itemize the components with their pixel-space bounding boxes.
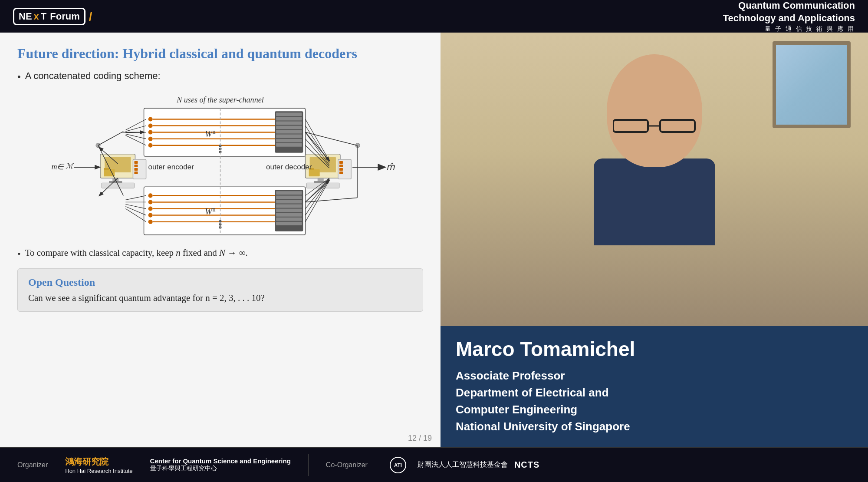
bullet2-text: To compare with classical capacity, keep… bbox=[25, 248, 248, 258]
organizer-logo: 鴻海研究院 Hon Hai Research Institute bbox=[65, 456, 132, 474]
svg-rect-14 bbox=[276, 117, 302, 120]
svg-text:m̂: m̂ bbox=[386, 162, 395, 172]
top-bar: NExT Forum / Quantum Communication Techn… bbox=[0, 0, 868, 33]
open-question-box: Open Question Can we see a significant q… bbox=[17, 268, 423, 312]
svg-point-74 bbox=[148, 193, 153, 198]
svg-point-78 bbox=[148, 220, 153, 224]
svg-point-77 bbox=[148, 213, 153, 218]
slide-bullet2: • To compare with classical capacity, ke… bbox=[17, 248, 423, 260]
svg-rect-13 bbox=[276, 112, 302, 116]
co-organizer-logo: ATI 財團法人人工智慧科技基金會 NCTS bbox=[385, 456, 539, 474]
svg-rect-69 bbox=[276, 204, 302, 208]
svg-line-98 bbox=[306, 132, 357, 145]
open-question-text: Can we see a significant quantum advanta… bbox=[28, 293, 412, 304]
conference-title-english: Quantum Communication Technology and App… bbox=[723, 0, 855, 24]
ati-logo: ATI bbox=[385, 456, 411, 474]
svg-rect-40 bbox=[134, 165, 138, 167]
svg-rect-18 bbox=[276, 135, 302, 138]
svg-line-32 bbox=[125, 135, 146, 145]
svg-line-99 bbox=[306, 198, 357, 202]
svg-rect-15 bbox=[276, 121, 302, 125]
organizer-center: Center for Quantum Science and Engineeri… bbox=[150, 457, 291, 472]
svg-rect-117 bbox=[613, 120, 648, 132]
open-question-title: Open Question bbox=[28, 277, 412, 288]
svg-rect-37 bbox=[102, 183, 134, 188]
logo-t-text: T bbox=[41, 11, 46, 22]
svg-rect-67 bbox=[276, 195, 302, 199]
slide-title: Future direction: Hybrid classical and q… bbox=[17, 46, 423, 62]
slide-area: Future direction: Hybrid classical and q… bbox=[0, 33, 441, 447]
speaker-head bbox=[607, 54, 702, 167]
logo-ne-text: NE bbox=[19, 11, 32, 22]
svg-text:outer decoder: outer decoder bbox=[266, 163, 312, 171]
svg-point-76 bbox=[148, 207, 153, 211]
svg-rect-88 bbox=[307, 183, 339, 188]
svg-rect-90 bbox=[339, 161, 343, 164]
speaker-figure bbox=[589, 41, 720, 326]
organizer-center-zh: 量子科學與工程研究中心 bbox=[150, 465, 291, 472]
svg-rect-73 bbox=[276, 222, 302, 225]
bottom-bar: Organizer 鴻海研究院 Hon Hai Research Institu… bbox=[0, 447, 868, 482]
svg-line-31 bbox=[125, 134, 146, 139]
conference-title: Quantum Communication Technology and App… bbox=[723, 0, 855, 33]
svg-point-23 bbox=[148, 130, 153, 135]
svg-rect-20 bbox=[276, 143, 302, 147]
svg-rect-118 bbox=[660, 120, 695, 132]
svg-rect-16 bbox=[276, 126, 302, 129]
svg-rect-70 bbox=[276, 209, 302, 212]
next-forum-logo: NExT Forum bbox=[13, 8, 85, 25]
svg-rect-36 bbox=[109, 181, 122, 183]
speaker-title-line1: Associate Professor bbox=[456, 367, 853, 384]
svg-rect-71 bbox=[276, 213, 302, 217]
speaker-title: Associate Professor Department of Electr… bbox=[456, 367, 853, 435]
diagram-svg: N uses of the super-channel W n bbox=[17, 91, 423, 239]
speaker-shirt bbox=[594, 158, 715, 245]
svg-line-79 bbox=[125, 195, 146, 200]
organizer-center-en: Center for Quantum Science and Engineeri… bbox=[150, 457, 291, 465]
diagram-container: N uses of the super-channel W n bbox=[17, 91, 423, 239]
conference-title-chinese: 量 子 通 信 技 術 與 應 用 bbox=[723, 25, 855, 33]
speaker-name: Marco Tomamichel bbox=[456, 338, 853, 360]
svg-rect-68 bbox=[276, 200, 302, 203]
logo-slash: / bbox=[89, 10, 92, 23]
speaker-title-line2: Department of Electrical and bbox=[456, 384, 853, 401]
bottom-divider bbox=[308, 454, 309, 476]
svg-text:n: n bbox=[212, 206, 215, 213]
svg-rect-72 bbox=[276, 218, 302, 221]
svg-rect-19 bbox=[276, 139, 302, 142]
svg-point-21 bbox=[148, 117, 153, 121]
slide-page-indicator: 12 / 19 bbox=[408, 434, 432, 443]
logo-x-text: x bbox=[34, 11, 39, 22]
organizer-name-en: Hon Hai Research Institute bbox=[65, 468, 132, 474]
svg-rect-41 bbox=[134, 168, 138, 171]
svg-rect-66 bbox=[276, 191, 302, 195]
svg-rect-17 bbox=[276, 130, 302, 134]
speaker-info-panel: Marco Tomamichel Associate Professor Dep… bbox=[441, 326, 868, 447]
speaker-video bbox=[441, 33, 868, 326]
svg-rect-92 bbox=[339, 168, 343, 171]
logo-forum-text: Forum bbox=[50, 11, 79, 22]
room-window bbox=[773, 41, 851, 128]
organizer-name-zh: 鴻海研究院 bbox=[65, 456, 108, 468]
svg-rect-44 bbox=[104, 168, 109, 170]
co-organizer-label: Co-Organizer bbox=[326, 461, 368, 469]
svg-text:m∈: m∈ bbox=[51, 162, 65, 171]
main-content: Future direction: Hybrid classical and q… bbox=[0, 33, 868, 447]
svg-point-22 bbox=[148, 123, 153, 128]
speaker-title-line3: Computer Engineering bbox=[456, 401, 853, 418]
co-organizer-name: 財團法人人工智慧科技基金會 bbox=[418, 460, 508, 469]
speaker-area: Marco Tomamichel Associate Professor Dep… bbox=[441, 33, 868, 447]
slide-bullet1: • A concatenated coding scheme: bbox=[17, 70, 423, 83]
svg-rect-39 bbox=[134, 161, 138, 164]
room-background bbox=[441, 33, 868, 326]
organizer-label: Organizer bbox=[17, 461, 48, 469]
svg-rect-86 bbox=[318, 178, 324, 182]
ncts-logo: NCTS bbox=[514, 460, 539, 470]
svg-rect-91 bbox=[339, 165, 343, 167]
svg-text:outer encoder: outer encoder bbox=[148, 163, 194, 171]
svg-point-75 bbox=[148, 200, 153, 204]
bullet1-text: A concatenated coding scheme: bbox=[25, 70, 161, 82]
svg-text:ℳ: ℳ bbox=[66, 162, 74, 170]
svg-point-25 bbox=[148, 143, 153, 148]
svg-rect-42 bbox=[134, 172, 138, 174]
